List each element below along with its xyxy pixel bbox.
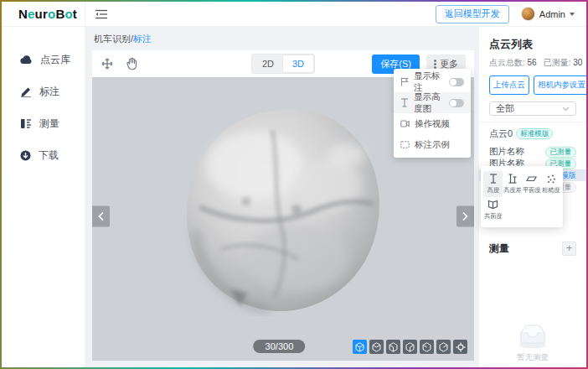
- crosshair-icon: [456, 342, 466, 352]
- tool-label: 共面度: [484, 212, 503, 221]
- tool-roughness[interactable]: 粗糙度: [541, 171, 560, 197]
- logo-gear-e: e: [28, 7, 35, 21]
- tool-height-diff[interactable]: 高度差: [503, 171, 522, 197]
- height-diff-icon: [508, 174, 518, 184]
- sidebar: 点云库 标注 测量 下载: [2, 27, 85, 367]
- back-to-model-dev-button[interactable]: 返回模型开发: [436, 5, 509, 23]
- pen-icon: [20, 86, 32, 97]
- logo-box: NeuroBot: [2, 2, 85, 26]
- cloud-icon: [20, 55, 33, 65]
- top-bar: NeuroBot 返回模型开发 Admin: [2, 2, 586, 27]
- roughness-icon: [546, 174, 556, 184]
- menu-item-show-annotations[interactable]: 显示标注: [394, 71, 471, 92]
- cube-icon: [439, 342, 448, 352]
- measured-label: 已测量:: [544, 58, 571, 67]
- prev-image-button[interactable]: [92, 206, 110, 227]
- video-icon: [400, 120, 410, 127]
- main-area: 机车识别/标注 2D 3D: [85, 27, 479, 367]
- mode-3d-button[interactable]: 3D: [283, 55, 313, 72]
- empty-box-icon: [514, 321, 551, 350]
- filter-select[interactable]: 全部: [489, 101, 576, 116]
- empty-state: 暂无测量: [489, 321, 576, 363]
- total-label: 点云总数:: [489, 58, 525, 67]
- template-tag: 标准模版: [516, 128, 553, 139]
- chevron-left-icon: [98, 212, 104, 221]
- flatness-icon: [526, 174, 537, 184]
- text-height-icon: [400, 98, 409, 107]
- tool-coplanarity[interactable]: 共面度: [483, 197, 503, 223]
- tool-label: 粗糙度: [542, 186, 560, 195]
- mode-2d-button[interactable]: 2D: [253, 55, 283, 72]
- height-icon: [488, 174, 498, 184]
- sidebar-item-download[interactable]: 下载: [2, 139, 85, 171]
- view-front-button[interactable]: [369, 340, 384, 354]
- pointcloud-list-panel: 点云列表 点云总数: 56 已测量: 30 上传点云 相机内参设置 全部 点云0…: [479, 27, 586, 367]
- menu-fold-icon[interactable]: [95, 9, 107, 19]
- image-counter: 30/300: [254, 340, 306, 353]
- menu-item-show-heightmap[interactable]: 显示高度图: [394, 92, 471, 113]
- show-heightmap-toggle[interactable]: [449, 99, 464, 107]
- move-tool-icon[interactable]: [101, 57, 114, 70]
- add-measure-button[interactable]: +: [562, 242, 576, 256]
- sidebar-item-measure[interactable]: 测量: [2, 107, 85, 139]
- flag-icon: [400, 77, 409, 86]
- chevron-down-icon: [570, 13, 575, 16]
- panel-buttons: 上传点云 相机内参设置: [489, 75, 576, 95]
- sidebar-item-annotate[interactable]: 标注: [2, 75, 85, 107]
- sidebar-item-label: 下载: [39, 148, 59, 163]
- view-cube-iso-button[interactable]: [353, 340, 367, 354]
- menu-item-tutorial-video[interactable]: 操作视频: [394, 113, 471, 134]
- chevron-down-icon: [562, 107, 570, 112]
- menu-item-label: 显示高度图: [414, 91, 444, 115]
- pointcloud-name: 点云0: [489, 127, 513, 140]
- total-count: 点云总数: 56: [489, 57, 537, 69]
- app-window: NeuroBot 返回模型开发 Admin 点云库 标注 测量: [2, 2, 586, 367]
- hand-tool-icon[interactable]: [126, 57, 138, 70]
- logo-gear-o: o: [64, 7, 72, 21]
- logo-text: t: [73, 7, 77, 21]
- measured-count: 已测量: 30: [544, 57, 583, 69]
- menu-item-annotation-example[interactable]: 标注示例: [394, 134, 471, 155]
- empty-text: 暂无测量: [517, 352, 549, 363]
- sidebar-item-label: 标注: [39, 85, 59, 99]
- total-value: 56: [528, 58, 537, 67]
- menu-item-label: 显示标注: [414, 70, 444, 94]
- tool-flatness[interactable]: 平面度: [522, 171, 541, 197]
- tools-grid: 高度 高度差 平面度 粗糙度: [483, 171, 560, 223]
- breadcrumb-parent: 机车识别: [94, 34, 131, 44]
- tool-label: 平面度: [523, 186, 541, 195]
- menu-item-label: 操作视频: [415, 118, 464, 130]
- breadcrumb-current[interactable]: 标注: [133, 34, 152, 44]
- view-left-button[interactable]: [403, 340, 417, 354]
- logo-text: N: [18, 7, 28, 21]
- show-annotations-toggle[interactable]: [449, 78, 464, 86]
- app-logo: NeuroBot: [18, 7, 77, 21]
- user-menu[interactable]: Admin: [521, 7, 575, 21]
- measure-title: 测量: [489, 242, 509, 256]
- measure-tools-popover: 高度 高度差 平面度 粗糙度: [481, 166, 563, 227]
- breadcrumb: 机车识别/标注: [92, 31, 474, 50]
- download-icon: [20, 150, 31, 161]
- measure-section-header: 测量 +: [489, 242, 576, 256]
- app-body: 点云库 标注 测量 下载 机车识别/标注: [2, 27, 586, 367]
- dimension-segmented-control: 2D 3D: [251, 54, 315, 74]
- upload-pointcloud-button[interactable]: 上传点云: [489, 75, 529, 95]
- more-dropdown-menu: 显示标注 显示高度图 操作视频 标注示例: [394, 69, 471, 158]
- sidebar-item-pointcloud-library[interactable]: 点云库: [2, 44, 85, 75]
- cube-icon: [405, 342, 415, 352]
- locate-button[interactable]: [453, 340, 467, 354]
- image-row[interactable]: 图片名称 已测量: [489, 146, 576, 158]
- filter-value: 全部: [496, 102, 514, 115]
- tool-height[interactable]: 高度: [483, 171, 503, 197]
- pointcloud-item[interactable]: 点云0 标准模版: [489, 127, 576, 140]
- user-name: Admin: [539, 9, 565, 19]
- view-back-button[interactable]: [386, 340, 400, 354]
- camera-params-button[interactable]: 相机内参设置: [534, 75, 586, 95]
- cube-icon: [389, 342, 398, 352]
- image-name: 图片名称: [489, 146, 524, 158]
- view-right-button[interactable]: [420, 340, 434, 354]
- view-top-button[interactable]: [436, 340, 451, 354]
- next-image-button[interactable]: [456, 206, 474, 227]
- logo-gear-o: o: [48, 7, 55, 21]
- example-rect-icon: [400, 141, 410, 148]
